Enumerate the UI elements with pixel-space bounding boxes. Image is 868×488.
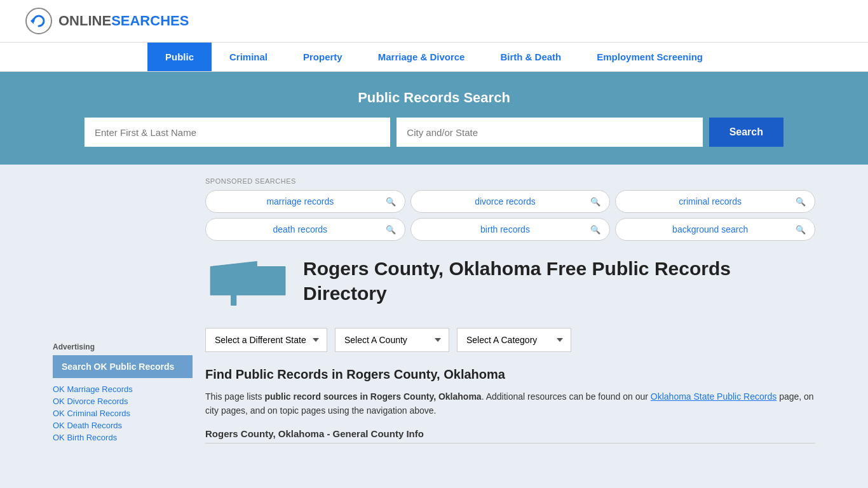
sponsored-link-birth[interactable]: birth records bbox=[420, 224, 591, 234]
state-dropdown[interactable]: Select a Different State bbox=[205, 328, 327, 352]
oklahoma-map-svg bbox=[205, 256, 288, 313]
sponsored-label: SPONSORED SEARCHES bbox=[205, 177, 815, 185]
search-icon: 🔍 bbox=[796, 225, 806, 234]
category-dropdown[interactable]: Select A Category bbox=[457, 328, 571, 352]
sponsored-item-death[interactable]: death records 🔍 bbox=[205, 218, 405, 241]
nav-item-marriage-divorce[interactable]: Marriage & Divorce bbox=[360, 43, 483, 71]
logo-icon bbox=[25, 8, 52, 34]
find-records-title: Find Public Records in Rogers County, Ok… bbox=[205, 367, 815, 382]
sidebar: Advertising Search OK Public Records OK … bbox=[53, 177, 193, 444]
sponsored-link-divorce[interactable]: divorce records bbox=[420, 196, 591, 207]
city-state-input[interactable] bbox=[397, 118, 702, 147]
sponsored-link-background[interactable]: background search bbox=[625, 224, 796, 234]
nav-item-birth-death[interactable]: Birth & Death bbox=[482, 43, 579, 71]
svg-point-0 bbox=[26, 8, 51, 34]
sidebar-link-birth[interactable]: OK Birth Records bbox=[53, 433, 193, 442]
sponsored-item-divorce[interactable]: divorce records 🔍 bbox=[410, 190, 611, 213]
sidebar-link-criminal[interactable]: OK Criminal Records bbox=[53, 409, 193, 418]
sidebar-ad-box[interactable]: Search OK Public Records bbox=[53, 355, 193, 378]
search-form: Search bbox=[85, 118, 783, 147]
county-dropdown[interactable]: Select A County bbox=[335, 328, 449, 352]
sponsored-link-death[interactable]: death records bbox=[215, 224, 386, 234]
main-wrapper: Advertising Search OK Public Records OK … bbox=[40, 165, 828, 456]
content-area: SPONSORED SEARCHES marriage records 🔍 di… bbox=[205, 177, 815, 444]
name-input[interactable] bbox=[85, 118, 390, 147]
logo-text: ONLINESEARCHES bbox=[58, 13, 189, 29]
county-header: Rogers County, Oklahoma Free Public Reco… bbox=[205, 256, 815, 315]
county-title: Rogers County, Oklahoma Free Public Reco… bbox=[303, 256, 815, 306]
find-desc-part2: . Additional resources can be found on o… bbox=[482, 391, 651, 402]
site-header: ONLINESEARCHES bbox=[0, 0, 868, 43]
find-desc-part1: This page lists bbox=[205, 391, 264, 402]
sidebar-link-divorce[interactable]: OK Divorce Records bbox=[53, 396, 193, 406]
state-map bbox=[205, 256, 288, 315]
sidebar-link-death[interactable]: OK Death Records bbox=[53, 421, 193, 430]
sponsored-link-criminal[interactable]: criminal records bbox=[625, 196, 796, 207]
oklahoma-state-link[interactable]: Oklahoma State Public Records bbox=[651, 391, 776, 402]
sponsored-item-background[interactable]: background search 🔍 bbox=[615, 218, 815, 241]
sidebar-links: OK Marriage Records OK Divorce Records O… bbox=[53, 384, 193, 442]
find-desc-bold: public record sources in Rogers County, … bbox=[264, 391, 481, 402]
county-info-title: Rogers County, Oklahoma - General County… bbox=[205, 428, 815, 444]
sponsored-item-criminal[interactable]: criminal records 🔍 bbox=[615, 190, 815, 213]
search-icon: 🔍 bbox=[386, 225, 396, 234]
logo[interactable]: ONLINESEARCHES bbox=[25, 8, 189, 34]
search-icon: 🔍 bbox=[386, 197, 396, 207]
dropdown-row: Select a Different State Select A County… bbox=[205, 328, 815, 352]
search-icon: 🔍 bbox=[796, 197, 806, 207]
sponsored-item-birth[interactable]: birth records 🔍 bbox=[410, 218, 611, 241]
advertising-label: Advertising bbox=[53, 342, 193, 351]
nav-item-employment[interactable]: Employment Screening bbox=[579, 43, 721, 71]
main-nav: Public Criminal Property Marriage & Divo… bbox=[0, 43, 868, 72]
search-icon: 🔍 bbox=[590, 197, 600, 207]
search-banner-title: Public Records Search bbox=[25, 90, 843, 106]
search-icon: 🔍 bbox=[590, 225, 600, 234]
sponsored-item-marriage[interactable]: marriage records 🔍 bbox=[205, 190, 405, 213]
find-records-description: This page lists public record sources in… bbox=[205, 390, 815, 418]
sidebar-link-marriage[interactable]: OK Marriage Records bbox=[53, 384, 193, 394]
sponsored-link-marriage[interactable]: marriage records bbox=[215, 196, 386, 207]
search-button[interactable]: Search bbox=[709, 118, 783, 147]
nav-item-criminal[interactable]: Criminal bbox=[212, 43, 285, 71]
nav-item-property[interactable]: Property bbox=[285, 43, 360, 71]
search-banner: Public Records Search Search bbox=[0, 72, 868, 165]
sponsored-grid: marriage records 🔍 divorce records 🔍 cri… bbox=[205, 190, 815, 241]
nav-item-public[interactable]: Public bbox=[147, 43, 212, 71]
